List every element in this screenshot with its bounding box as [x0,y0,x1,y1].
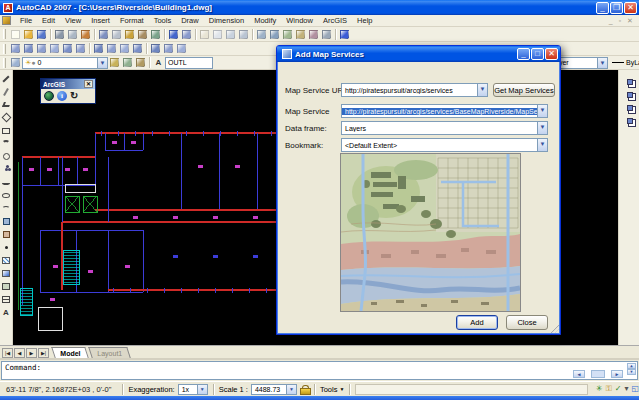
bookmark-combo[interactable]: <Default Extent> ▼ [341,138,548,152]
cut-icon[interactable] [97,28,110,41]
toolbar-grip[interactable] [3,58,6,68]
markup-set-manager-icon[interactable] [307,28,320,41]
add-button[interactable]: Add [456,315,498,330]
ellipse-arc-icon[interactable] [0,202,12,215]
arc-icon[interactable] [0,137,12,150]
plot-preview-icon[interactable] [66,28,79,41]
first-tab-icon[interactable]: |◀ [2,348,13,358]
quickcalc-icon[interactable] [320,28,333,41]
sweep-icon[interactable] [118,42,131,55]
wedge-icon[interactable] [61,42,74,55]
construction-line-icon[interactable] [0,85,12,98]
paste-icon[interactable] [123,28,136,41]
menu-window[interactable]: Window [281,15,318,26]
dialog-close-button[interactable]: ✕ [545,48,558,60]
multiline-text-icon[interactable]: A [0,306,12,319]
make-objects-layer-current-icon[interactable] [121,56,134,69]
scroll-right-icon[interactable]: ▶ [611,370,623,378]
refresh-icon[interactable]: ↻ [70,91,78,101]
chevron-down-icon[interactable]: ▼ [477,84,487,96]
prev-tab-icon[interactable]: ◀ [14,348,25,358]
box-icon[interactable] [9,42,22,55]
circle-icon[interactable] [0,150,12,163]
revision-cloud-icon[interactable] [0,163,12,176]
attach-map-service-icon[interactable] [44,91,54,101]
menu-dimension[interactable]: Dimension [204,15,249,26]
point-icon[interactable] [0,241,12,254]
send-to-back-icon[interactable] [625,89,637,102]
zoom-window-icon[interactable] [224,28,237,41]
command-scrollbar[interactable]: ▲▼ [627,363,636,375]
menu-modify[interactable]: Modify [249,15,281,26]
dialog-maximize-button[interactable]: □ [531,48,544,60]
chevron-down-icon[interactable]: ▼ [537,105,547,117]
exaggeration-combo[interactable]: 1x ▼ [178,384,208,395]
close-button[interactable]: Close [506,315,548,330]
layer-previous-icon[interactable] [134,56,147,69]
cylinder-icon[interactable] [35,42,48,55]
tab-layout1[interactable]: Layout1 [88,347,130,358]
restore-button[interactable]: ❐ [610,2,623,14]
loft-icon[interactable] [131,42,144,55]
rectangle-icon[interactable] [0,124,12,137]
command-input[interactable]: Command: ▲▼ ◀ ▶ [1,361,638,380]
chevron-down-icon[interactable]: ▼ [537,139,547,151]
menu-draw[interactable]: Draw [176,15,204,26]
linetype-combo[interactable]: ByLa [612,59,639,66]
menu-help[interactable]: Help [352,15,377,26]
hatch-icon[interactable] [0,254,12,267]
send-under-objects-icon[interactable] [625,115,637,128]
publish-icon[interactable] [79,28,92,41]
scroll-thumb[interactable] [591,370,605,378]
ellipse-icon[interactable] [0,189,12,202]
close-icon[interactable]: ✕ [84,80,93,88]
menu-arcgis[interactable]: ArcGIS [318,15,352,26]
toolbar-grip[interactable] [3,44,6,54]
scale-combo[interactable]: 4488.73 ▼ [251,384,297,395]
text-style-combo[interactable]: OUTL [165,57,213,69]
menu-view[interactable]: View [60,15,86,26]
new-icon[interactable] [9,28,22,41]
properties-icon[interactable] [255,28,268,41]
layer-combo[interactable]: ☀● 0 ▼ [22,57,108,69]
designcenter-icon[interactable] [268,28,281,41]
chevron-down-icon[interactable]: ▼ [537,122,547,134]
undo-icon[interactable] [167,28,180,41]
extrude-icon[interactable] [92,42,105,55]
tool-palettes-icon[interactable] [281,28,294,41]
polyline-icon[interactable] [0,98,12,111]
dialog-title-bar[interactable]: Add Map Services _ □ ✕ [277,46,560,62]
menu-edit[interactable]: Edit [37,15,60,26]
revolve-icon[interactable] [105,42,118,55]
tray-settings-icon[interactable]: ▾ [624,384,628,394]
menu-file[interactable]: File [15,15,37,26]
zoom-previous-icon[interactable] [237,28,250,41]
associated-standards-icon[interactable]: ✓ [615,384,622,394]
intersect-icon[interactable] [175,42,188,55]
make-block-icon[interactable] [0,228,12,241]
subtract-icon[interactable] [162,42,175,55]
menu-tools[interactable]: Tools [149,15,177,26]
cone-icon[interactable] [48,42,61,55]
zoom-realtime-icon[interactable] [211,28,224,41]
layer-properties-manager-icon[interactable] [9,56,22,69]
polygon-icon[interactable] [0,111,12,124]
torus-icon[interactable] [74,42,87,55]
region-icon[interactable] [0,280,12,293]
get-map-services-button[interactable]: Get Map Services [493,83,555,97]
match-properties-icon[interactable] [136,28,149,41]
last-tab-icon[interactable]: ▶| [38,348,49,358]
communication-center-icon[interactable]: ✳ [596,384,603,394]
tools-menu[interactable]: Tools▼ [320,385,344,394]
scroll-left-icon[interactable]: ◀ [573,370,585,378]
dialog-minimize-button[interactable]: _ [517,48,530,60]
clean-screen-icon[interactable]: ◱ [631,384,639,394]
mdi-window-controls[interactable]: _ ▫ ✕ [609,17,635,25]
save-icon[interactable] [35,28,48,41]
close-button[interactable]: ✕ [624,2,637,14]
bring-to-front-icon[interactable] [625,76,637,89]
gradient-icon[interactable] [0,267,12,280]
scale-lock-icon[interactable] [300,385,309,393]
toolbar-lock-icon[interactable]: ⚿ [606,384,612,394]
text-style-icon[interactable]: A [152,56,165,69]
